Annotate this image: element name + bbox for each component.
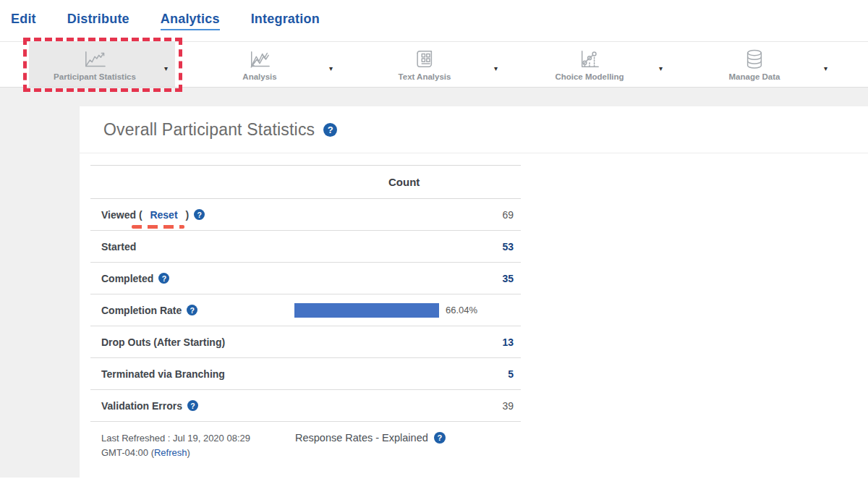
count-value[interactable]: 5 — [508, 368, 514, 380]
table-row-started: Started 53 — [90, 231, 521, 263]
completion-rate-bar-cell: 66.04% — [294, 294, 477, 326]
response-rates-explained: Response Rates - Explained ? — [295, 432, 446, 444]
table-row-terminated: Terminated via Branching 5 — [90, 358, 521, 390]
row-label: Terminated via Branching — [101, 368, 225, 380]
tool-label: Analysis — [242, 72, 276, 81]
row-label-text: Completion Rate — [101, 305, 182, 316]
row-label: Completion Rate ? — [101, 305, 197, 316]
chevron-down-icon[interactable]: ▾ — [659, 65, 663, 72]
row-label: Validation Errors ? — [101, 400, 198, 412]
choice-modelling-scatter-icon — [575, 48, 604, 70]
table-footer: Last Refreshed : Jul 19, 2020 08:29 GMT-… — [90, 431, 521, 460]
row-label: Started — [101, 241, 136, 253]
nav-item-analytics[interactable]: Analytics — [161, 12, 220, 30]
help-icon[interactable]: ? — [434, 432, 446, 444]
tool-label: Participant Statistics — [54, 72, 136, 81]
database-icon — [740, 48, 769, 70]
annotation-dashed-underline — [132, 225, 184, 229]
chevron-down-icon[interactable]: ▾ — [494, 65, 498, 72]
refresh-link[interactable]: Refresh — [154, 447, 187, 458]
tool-analysis[interactable]: Analysis ▾ — [194, 42, 340, 87]
analytics-toolbar: Participant Statistics ▾ Analysis ▾ — [0, 41, 868, 88]
last-refreshed-line1: Last Refreshed : Jul 19, 2020 08:29 — [101, 433, 250, 444]
row-label-text: Completed — [101, 273, 153, 284]
nav-item-integration[interactable]: Integration — [251, 12, 320, 30]
row-label-text: Validation Errors — [101, 400, 182, 412]
row-label: Viewed ( Reset ) ? — [101, 209, 205, 221]
nav-item-distribute[interactable]: Distribute — [67, 12, 129, 30]
help-icon[interactable]: ? — [158, 273, 169, 284]
table-row-drop-outs: Drop Outs (After Starting) 13 — [90, 326, 521, 358]
completion-rate-bar — [294, 303, 439, 318]
last-refreshed-line2-suffix: ) — [187, 447, 190, 458]
text-analysis-newspaper-icon — [410, 48, 439, 70]
tool-choice-modelling[interactable]: Choice Modelling ▾ — [524, 42, 670, 87]
nav-item-edit[interactable]: Edit — [11, 12, 36, 30]
count-value: 69 — [502, 209, 514, 221]
row-label: Completed ? — [101, 273, 169, 284]
participant-statistics-chart-icon — [80, 48, 109, 70]
statistics-table: Count Viewed ( Reset ) ? 69 Started 53 C… — [90, 165, 521, 460]
count-value: 39 — [502, 400, 514, 412]
chevron-down-icon[interactable]: ▾ — [824, 65, 827, 72]
analysis-chart-icon — [245, 48, 274, 70]
count-value[interactable]: 35 — [502, 273, 514, 284]
help-icon[interactable]: ? — [323, 123, 337, 137]
chevron-down-icon[interactable]: ▾ — [164, 65, 168, 72]
participant-statistics-card: Overall Participant Statistics ? Count V… — [80, 106, 868, 478]
tool-participant-statistics[interactable]: Participant Statistics ▾ — [29, 42, 175, 87]
tool-manage-data[interactable]: Manage Data ▾ — [689, 42, 835, 87]
table-row-viewed: Viewed ( Reset ) ? 69 — [90, 199, 521, 231]
response-rates-label: Response Rates - Explained — [295, 432, 428, 444]
chevron-down-icon[interactable]: ▾ — [329, 65, 333, 72]
last-refreshed-text: Last Refreshed : Jul 19, 2020 08:29 GMT-… — [101, 431, 295, 460]
tool-label: Manage Data — [729, 72, 780, 81]
help-icon[interactable]: ? — [187, 400, 198, 411]
row-label-text: ) — [183, 209, 190, 221]
count-value[interactable]: 53 — [502, 241, 514, 253]
top-nav: Edit Distribute Analytics Integration — [0, 0, 868, 41]
table-row-completion-rate: Completion Rate ? 66.04% — [90, 294, 521, 326]
last-refreshed-line2-prefix: GMT-04:00 ( — [101, 447, 154, 458]
tool-label: Choice Modelling — [555, 72, 624, 81]
table-header-row: Count — [90, 165, 521, 199]
row-label-text: Viewed ( — [101, 209, 145, 221]
table-row-completed: Completed ? 35 — [90, 263, 521, 294]
help-icon[interactable]: ? — [187, 305, 197, 315]
content-background: Overall Participant Statistics ? Count V… — [0, 88, 868, 478]
row-label: Drop Outs (After Starting) — [101, 336, 225, 348]
help-icon[interactable]: ? — [194, 209, 205, 220]
completion-rate-percent: 66.04% — [446, 305, 477, 315]
tool-text-analysis[interactable]: Text Analysis ▾ — [359, 42, 505, 87]
tool-label: Text Analysis — [399, 72, 451, 81]
count-column-header: Count — [388, 176, 420, 188]
reset-link[interactable]: Reset — [150, 209, 177, 221]
page-title: Overall Participant Statistics — [103, 120, 315, 140]
count-value[interactable]: 13 — [502, 336, 514, 348]
card-header: Overall Participant Statistics ? — [80, 106, 868, 153]
table-row-validation-errors: Validation Errors ? 39 — [90, 390, 521, 422]
